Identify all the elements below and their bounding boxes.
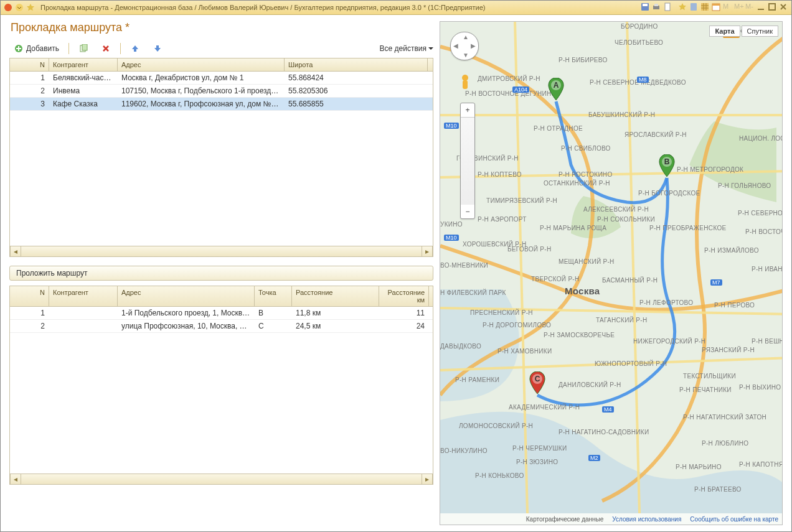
map-district-label: Р-Н ЧЕРЕМУШКИ xyxy=(512,445,567,452)
col-contractor[interactable]: Контрагент xyxy=(49,58,118,71)
col2-point[interactable]: Точка xyxy=(255,286,292,306)
map-pin-B[interactable]: B xyxy=(659,154,675,178)
maximize-icon[interactable] xyxy=(768,2,778,12)
grid-icon[interactable] xyxy=(700,2,710,12)
map-pin-A[interactable]: A xyxy=(548,78,564,101)
map-district-label: Р-Н СВИБЛОВО xyxy=(561,145,611,152)
all-actions-button[interactable]: Все действия xyxy=(380,44,433,53)
map-district-label: Р-Н РОСТОКИНО xyxy=(559,171,612,178)
svg-point-0 xyxy=(4,4,12,11)
map-district-label: АКАДЕМИЧЕСКИЙ Р-Н xyxy=(509,404,580,411)
pegman-icon[interactable] xyxy=(458,73,473,95)
add-button[interactable]: Добавить xyxy=(9,42,64,55)
hscroll2[interactable]: ◂▸ xyxy=(10,474,433,484)
map-district-label: Р-Н МАРЬИНО xyxy=(676,464,722,470)
svg-rect-15 xyxy=(82,44,87,50)
map-district-label: Р-Н ПЕРОВО xyxy=(714,302,755,309)
map-panel[interactable]: БородиноЧелобитьевоКоролёР-Н БИБИРЕВОДМИ… xyxy=(440,21,783,525)
map-district-label: Р-Н НАГАТИНО-САДОВНИКИ xyxy=(559,429,649,436)
road-shield: А104 xyxy=(512,86,529,93)
svg-point-1 xyxy=(16,4,23,11)
map-district-label: Р-Н БОГОРОДСКОЕ xyxy=(638,190,700,197)
move-down-button[interactable] xyxy=(148,42,167,55)
map-district-label: Р-Н МЕТРОГОРОДОК xyxy=(677,166,743,173)
m-minus-icon[interactable]: M- xyxy=(745,2,755,12)
terms-link[interactable]: Условия использования xyxy=(612,516,681,523)
print-icon[interactable] xyxy=(652,2,662,12)
map-district-label: ДАНИЛОВСКИЙ Р-Н xyxy=(559,381,621,388)
map-district-label: Р-Н ЛЮБЛИНО xyxy=(702,440,748,447)
svg-rect-6 xyxy=(665,3,670,11)
map-district-label: Р-Н ПРЕОБРАЖЕНСКОЕ xyxy=(649,225,726,231)
move-up-button[interactable] xyxy=(126,42,144,55)
map-district-label: УКИНО xyxy=(440,221,463,228)
svg-text:B: B xyxy=(664,157,670,166)
fav-icon[interactable] xyxy=(678,2,688,12)
dropdown-icon[interactable] xyxy=(14,2,24,12)
map-district-label: Р-Н ОТРАДНОЕ xyxy=(534,125,583,132)
map-district-label: Р-Н ЗАМОСКВОРЕЧЬЕ xyxy=(544,332,615,338)
zoom-slider[interactable] xyxy=(461,118,474,205)
table-row[interactable]: 3Кафе Сказка119602, Москва г, Профсоюзна… xyxy=(10,98,433,111)
m-plus-icon[interactable]: M+ xyxy=(734,2,744,12)
map-district-label: Р-Н БРАТЕЕВО xyxy=(694,486,742,493)
copy-button[interactable] xyxy=(74,42,93,55)
col-address[interactable]: Адрес xyxy=(118,58,285,71)
delete-button[interactable] xyxy=(97,42,115,55)
points-table: N Контрагент Адрес Широта 1Белявский-час… xyxy=(9,58,433,257)
map-district-label: ВО-НИКУЛИНО xyxy=(440,447,488,454)
svg-rect-8 xyxy=(701,3,709,11)
map-district-label: Р-Н ЗЮЗИНО xyxy=(516,459,558,465)
star-icon[interactable] xyxy=(26,2,35,12)
app-window: Прокладка маршрута - Демонстрационная ба… xyxy=(0,0,792,532)
m-icon[interactable]: M xyxy=(723,2,733,12)
window-title: Прокладка маршрута - Демонстрационная ба… xyxy=(40,4,486,11)
svg-rect-11 xyxy=(758,9,764,10)
build-route-button[interactable]: Проложить маршрут xyxy=(9,266,433,281)
map-attribution: Картографические данные Условия использо… xyxy=(440,513,782,525)
zoom-out-button[interactable]: − xyxy=(461,205,474,218)
col-n[interactable]: N xyxy=(10,58,49,71)
map-district-label: Р-Н ИВАН xyxy=(752,266,783,273)
svg-rect-5 xyxy=(654,4,658,6)
map-district-label: ТВЕРСКОЙ Р-Н xyxy=(531,276,580,282)
page-title: Прокладка маршрута * xyxy=(11,21,433,34)
minimize-icon[interactable] xyxy=(757,2,766,12)
col2-n[interactable]: N xyxy=(10,286,49,306)
table-row[interactable]: 1Белявский-частно...Москва г, Декабристо… xyxy=(10,72,433,85)
map-pin-C[interactable]: C xyxy=(529,371,545,395)
col-latitude[interactable]: Широта xyxy=(285,58,428,71)
road-shield: М10 xyxy=(444,123,459,129)
calendar-icon[interactable] xyxy=(712,2,722,12)
map-district-label: НИЖЕГОРОДСКИЙ Р-Н xyxy=(633,338,705,345)
svg-rect-10 xyxy=(712,4,720,6)
close-icon[interactable] xyxy=(779,2,789,12)
table-row[interactable]: 2Инвема107150, Москва г, Подбельского 1-… xyxy=(10,85,433,98)
map-district-label: Р-Н ДОРОГОМИЛОВО xyxy=(483,322,551,329)
calc-icon[interactable] xyxy=(689,2,699,12)
doc-icon[interactable] xyxy=(663,2,673,12)
save-icon[interactable] xyxy=(641,2,651,12)
table-row[interactable]: 2улица Профсоюзная, 10, Москва, Росс...C… xyxy=(10,320,433,333)
map-district-label: ПРЕСНЕНСКИЙ Р-Н xyxy=(470,309,533,316)
map-district-label: Р-Н КОПТЕВО xyxy=(478,171,522,178)
zoom-control[interactable]: + − xyxy=(460,103,475,219)
col2-distance-km[interactable]: Расстояние км xyxy=(379,286,429,306)
col2-distance[interactable]: Расстояние xyxy=(292,286,379,306)
map-district-label: ДАВЫДКОВО xyxy=(440,343,481,350)
road-shield: М2 xyxy=(588,455,600,461)
hscroll[interactable]: ◂▸ xyxy=(10,246,433,256)
zoom-in-button[interactable]: + xyxy=(461,103,474,118)
table-row[interactable]: 11-й Подбельского проезд, 1, Москва, Р..… xyxy=(10,307,433,320)
report-link[interactable]: Сообщить об ошибке на карте xyxy=(690,516,778,523)
col2-contractor[interactable]: Контрагент xyxy=(49,286,118,306)
road-shield: М10 xyxy=(444,235,459,241)
satellite-mode-button[interactable]: Спутник xyxy=(742,26,778,37)
map-mode-button[interactable]: Карта xyxy=(709,26,740,37)
svg-text:C: C xyxy=(535,375,540,383)
svg-text:A: A xyxy=(554,81,559,90)
map-district-label: Национ. Лосин xyxy=(739,135,783,142)
pan-control[interactable]: ▲▼ ◀▶ xyxy=(450,32,479,60)
city-label: Москва xyxy=(565,286,600,296)
col2-address[interactable]: Адрес xyxy=(118,286,255,306)
